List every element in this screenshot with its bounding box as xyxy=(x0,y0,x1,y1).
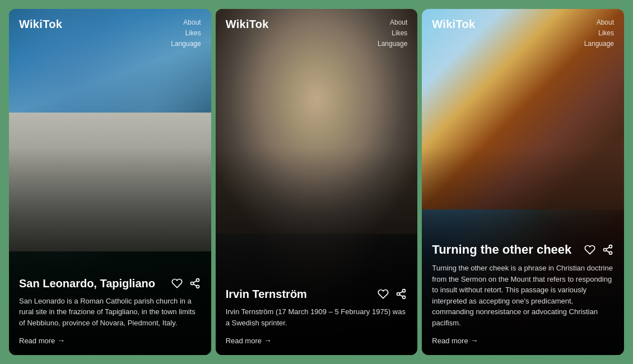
title-row-2: Irvin Ternström xyxy=(226,287,408,301)
svg-line-9 xyxy=(400,291,403,293)
share-icon-3[interactable] xyxy=(602,244,614,256)
title-row-1: San Leonardo, Tapigliano xyxy=(19,277,201,290)
nav-links-1: About Likes Language xyxy=(171,18,201,48)
card-content-1: San Leonardo, Tapigliano San xyxy=(9,265,211,356)
nav-likes-2[interactable]: Likes xyxy=(392,29,407,38)
action-icons-2 xyxy=(377,288,407,300)
read-more-3[interactable]: Read more → xyxy=(432,336,614,345)
card-description-1: San Leonardo is a Roman Catholic parish … xyxy=(19,296,201,329)
brand-wikitok-3: WikiTok xyxy=(432,18,475,31)
nav-about-2[interactable]: About xyxy=(390,18,407,27)
read-more-2[interactable]: Read more → xyxy=(226,336,408,345)
heart-icon-1[interactable] xyxy=(171,277,183,290)
card-header-3: WikiTok About Likes Language xyxy=(422,9,624,57)
nav-likes-1[interactable]: Likes xyxy=(185,29,201,38)
nav-language-2[interactable]: Language xyxy=(378,39,407,49)
card-title-2: Irvin Ternström xyxy=(226,287,372,301)
heart-icon-2[interactable] xyxy=(377,288,389,300)
svg-point-1 xyxy=(190,282,193,284)
read-more-1[interactable]: Read more → xyxy=(19,336,201,345)
read-more-arrow-2: → xyxy=(264,336,272,345)
read-more-text-1: Read more xyxy=(19,337,55,345)
read-more-text-3: Read more xyxy=(432,337,468,345)
svg-point-7 xyxy=(403,296,406,298)
svg-point-11 xyxy=(604,248,607,251)
card-content-3: Turning the other cheek Turn xyxy=(422,231,624,355)
svg-point-0 xyxy=(196,278,199,281)
svg-line-3 xyxy=(193,284,197,286)
heart-icon-3[interactable] xyxy=(584,244,596,256)
brand-wikitok-1: WikiTok xyxy=(19,18,62,31)
nav-links-2: About Likes Language xyxy=(378,18,407,48)
action-icons-3 xyxy=(584,244,614,256)
title-row-3: Turning the other cheek xyxy=(432,242,614,257)
svg-line-14 xyxy=(606,247,609,249)
share-icon-1[interactable] xyxy=(189,277,201,290)
nav-likes-3[interactable]: Likes xyxy=(598,29,614,38)
share-icon-2[interactable] xyxy=(395,288,407,300)
svg-point-10 xyxy=(609,245,612,248)
card-painting: WikiTok About Likes Language Turning the… xyxy=(422,9,624,355)
card-church: WikiTok About Likes Language San Leonard… xyxy=(9,9,211,355)
svg-point-12 xyxy=(609,251,612,254)
cards-container: WikiTok About Likes Language San Leonard… xyxy=(9,9,624,355)
read-more-arrow-1: → xyxy=(57,336,65,345)
nav-language-1[interactable]: Language xyxy=(171,39,201,49)
nav-language-3[interactable]: Language xyxy=(584,39,614,49)
svg-line-4 xyxy=(193,281,197,282)
card-description-2: Irvin Ternström (17 March 1909 – 5 Febru… xyxy=(226,306,408,328)
card-header-1: WikiTok About Likes Language xyxy=(9,9,211,57)
brand-wikitok-2: WikiTok xyxy=(226,18,269,31)
svg-line-8 xyxy=(400,295,403,296)
card-portrait: WikiTok About Likes Language Irvin Terns… xyxy=(216,9,418,355)
nav-about-1[interactable]: About xyxy=(183,18,201,27)
svg-point-2 xyxy=(196,285,199,288)
read-more-arrow-3: → xyxy=(471,336,478,345)
card-title-3: Turning the other cheek xyxy=(432,242,578,257)
action-icons-1 xyxy=(171,277,201,290)
card-title-1: San Leonardo, Tapigliano xyxy=(19,277,165,290)
read-more-text-2: Read more xyxy=(226,337,262,345)
card-description-3: Turning the other cheek is a phrase in C… xyxy=(432,263,614,328)
card-content-2: Irvin Ternström Irvin Ternst xyxy=(216,276,418,355)
svg-line-13 xyxy=(606,250,609,252)
svg-point-5 xyxy=(403,290,406,292)
card-header-2: WikiTok About Likes Language xyxy=(216,9,418,57)
nav-links-3: About Likes Language xyxy=(584,18,614,48)
nav-about-3[interactable]: About xyxy=(597,18,614,27)
svg-point-6 xyxy=(397,293,400,296)
